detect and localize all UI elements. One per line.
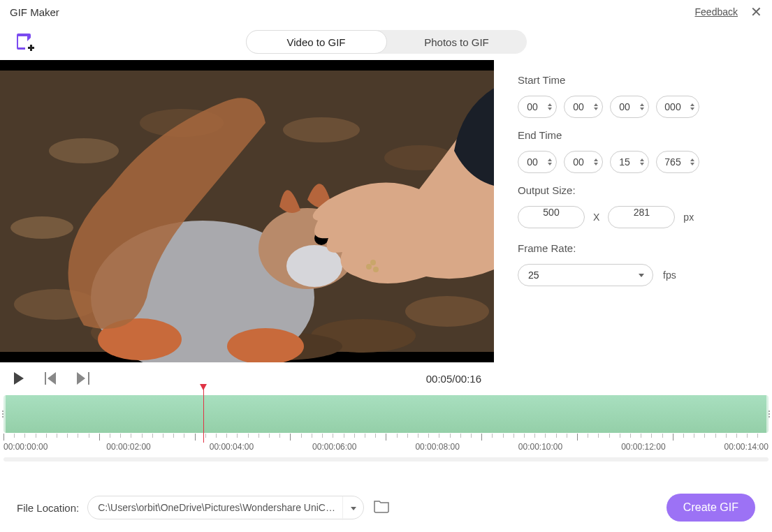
timeline-timecodes: 00:00:00:0000:00:02:0000:00:04:0000:00:0…: [3, 442, 769, 452]
timecode: 00:00:06:00: [312, 442, 356, 452]
play-icon[interactable]: [13, 372, 25, 385]
svg-point-23: [370, 260, 376, 265]
timeline-ticks: [3, 434, 769, 439]
timecode: 00:00:10:00: [518, 442, 562, 452]
svg-point-6: [405, 296, 489, 327]
end-sec-input[interactable]: 15: [610, 151, 649, 173]
open-folder-icon[interactable]: [374, 499, 389, 516]
end-time-label: End Time: [518, 129, 772, 141]
output-width-input[interactable]: 500: [518, 206, 585, 228]
time-display: 00:05/00:16: [426, 373, 481, 385]
output-height-input[interactable]: 281: [608, 206, 675, 228]
settings-panel: Start Time 00 00 00 000 End Time 00 00 1…: [494, 60, 772, 394]
fps-label: fps: [663, 269, 676, 281]
start-min-input[interactable]: 00: [564, 96, 603, 118]
trim-handle-left[interactable]: [0, 395, 6, 433]
prev-frame-icon[interactable]: [45, 372, 57, 385]
timeline-scrollbar[interactable]: [3, 457, 769, 461]
app-title: GIF Maker: [10, 6, 59, 18]
svg-point-7: [49, 138, 119, 163]
top-bar: Video to GIF Photos to GIF: [0, 24, 772, 60]
player-controls: 00:05/00:16: [0, 362, 494, 394]
add-file-icon[interactable]: [15, 32, 36, 52]
mode-tabs: Video to GIF Photos to GIF: [246, 30, 527, 54]
footer: File Location: C:\Users\orbit\OneDrive\P…: [0, 483, 772, 532]
chevron-down-icon[interactable]: [342, 496, 363, 520]
video-preview: [0, 60, 494, 362]
timecode: 00:00:02:00: [106, 442, 150, 452]
svg-point-21: [366, 264, 372, 269]
start-ms-input[interactable]: 000: [656, 96, 699, 118]
svg-point-22: [373, 267, 379, 272]
end-ms-input[interactable]: 765: [656, 151, 699, 173]
chevron-down-icon: [639, 274, 644, 277]
output-size-label: Output Size:: [518, 184, 772, 196]
svg-point-9: [283, 117, 360, 142]
create-gif-button[interactable]: Create GIF: [667, 494, 755, 522]
px-label: px: [683, 212, 694, 223]
feedback-link[interactable]: Feedback: [695, 6, 738, 17]
frame-rate-select[interactable]: 25: [518, 264, 653, 286]
tab-video-to-gif[interactable]: Video to GIF: [246, 30, 387, 54]
tab-photos-to-gif[interactable]: Photos to GIF: [387, 30, 527, 54]
next-frame-icon[interactable]: [77, 372, 89, 385]
frame-rate-label: Frame Rate:: [518, 242, 772, 254]
close-icon[interactable]: ✕: [750, 3, 762, 20]
timecode: 00:00:12:00: [621, 442, 665, 452]
timeline: 00:00:00:0000:00:02:0000:00:04:0000:00:0…: [0, 395, 772, 461]
start-hour-input[interactable]: 00: [518, 96, 557, 118]
start-time-label: Start Time: [518, 74, 772, 86]
file-location-label: File Location:: [17, 502, 79, 514]
timeline-track[interactable]: [3, 395, 769, 433]
timecode: 00:00:08:00: [415, 442, 459, 452]
start-sec-input[interactable]: 00: [610, 96, 649, 118]
trim-handle-right[interactable]: [766, 395, 772, 433]
timecode: 00:00:14:00: [724, 442, 769, 452]
timecode: 00:00:04:00: [210, 442, 254, 452]
end-min-input[interactable]: 00: [564, 151, 603, 173]
size-separator: X: [593, 212, 599, 223]
file-location-select[interactable]: C:\Users\orbit\OneDrive\Pictures\Wonders…: [87, 496, 364, 519]
title-bar: GIF Maker Feedback ✕: [0, 0, 772, 24]
timecode: 00:00:00:00: [3, 442, 48, 452]
end-hour-input[interactable]: 00: [518, 151, 557, 173]
svg-point-11: [10, 216, 73, 239]
